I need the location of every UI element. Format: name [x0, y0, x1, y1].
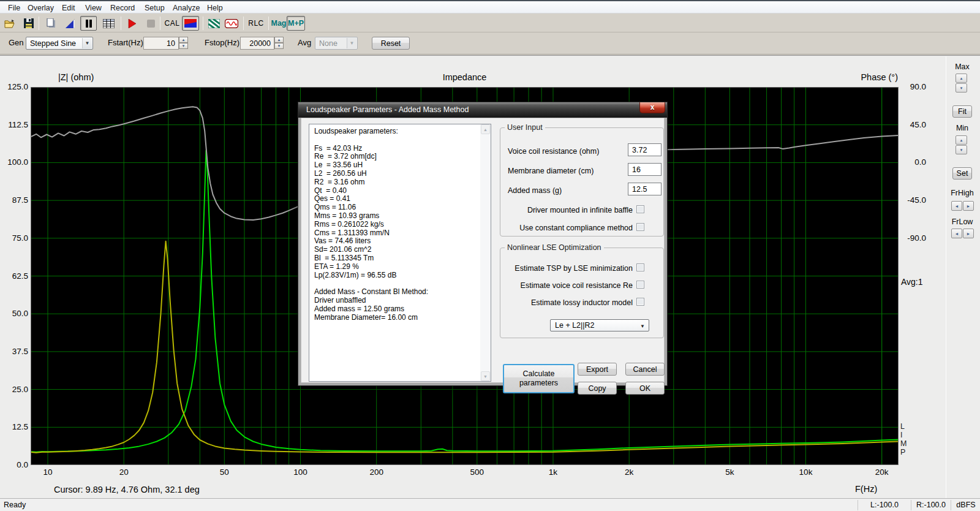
limp-application-window: FileOverlayEditViewRecordSetupAnalyzeHel… [0, 0, 980, 511]
added-mass-field[interactable]: 12.5 [628, 183, 662, 195]
fstart-spinbox: 10 ▲ ▼ [143, 37, 189, 50]
added-mass-label: Added mass (g) [508, 186, 562, 195]
max-label: Max [946, 62, 979, 71]
frhigh-label: FrHigh [946, 189, 979, 197]
start-record-button[interactable] [126, 17, 139, 29]
avg-indicator: Avg:1 [901, 277, 923, 287]
stop-icon [147, 20, 155, 28]
calculate-parameters-button[interactable]: Calculate parameters [503, 364, 575, 393]
frequency-tick-label: 100 [279, 467, 322, 477]
constant-compliance-checkbox[interactable] [636, 223, 644, 231]
open-folder-icon [4, 19, 15, 28]
menu-item-setup[interactable]: Setup [142, 3, 167, 13]
save-button[interactable] [23, 17, 35, 29]
dialog-title-bar[interactable]: Loudspeaker Parameters - Added Mass Meth… [298, 102, 667, 118]
estimate-lossy-inductor-checkbox[interactable] [636, 298, 644, 306]
chevron-down-icon: ▼ [347, 38, 356, 48]
infinite-baffle-checkbox[interactable] [636, 205, 644, 213]
phase-tick-label: 0.0 [889, 157, 926, 167]
dialog-title: Loudspeaker Parameters - Added Mass Meth… [306, 105, 469, 114]
gen-label: Gen [9, 38, 24, 47]
frequency-tick-label: 20 [102, 467, 145, 477]
magnitude-phase-view-button[interactable]: M+P [287, 16, 305, 31]
limp-wordmark-letter: M [900, 439, 907, 448]
menu-item-edit[interactable]: Edit [59, 3, 78, 13]
fstart-down-icon[interactable]: ▼ [179, 43, 188, 49]
fstop-down-icon[interactable]: ▼ [274, 43, 284, 49]
reset-button[interactable]: Reset [372, 37, 410, 50]
overlay-curves-button[interactable] [207, 17, 221, 29]
table-view-button[interactable] [102, 17, 115, 29]
menu-item-view[interactable]: View [83, 3, 104, 13]
status-separator [911, 500, 911, 510]
avg-select[interactable]: None ▼ [315, 37, 358, 50]
rlc-mode-button[interactable]: RLC [247, 17, 265, 29]
impedance-tick-label: 75.0 [0, 233, 28, 243]
toolbar: CAL RLC Mag M+P [0, 14, 980, 32]
frhigh-left-button[interactable]: ◄ [951, 201, 962, 211]
frequency-tick-label: 10 [26, 467, 69, 477]
scroll-down-icon[interactable]: ▼ [481, 371, 490, 381]
frequency-tick-label: 2k [608, 467, 650, 477]
export-button[interactable]: Export [578, 363, 617, 376]
menu-item-analyze[interactable]: Analyze [170, 3, 202, 13]
cancel-button[interactable]: Cancel [625, 363, 665, 376]
ok-button[interactable]: OK [625, 382, 665, 395]
pause-icon [85, 20, 92, 28]
fstop-up-icon[interactable]: ▲ [274, 37, 284, 43]
copy-button[interactable] [45, 17, 57, 29]
impedance-mode-button[interactable] [182, 16, 199, 31]
open-file-button[interactable] [4, 17, 16, 29]
voice-coil-resistance-field[interactable]: 3.72 [628, 143, 662, 156]
limp-wordmark-letter: I [900, 431, 902, 439]
limp-wordmark-letter: P [900, 448, 905, 456]
impedance-tick-label: 112.5 [0, 120, 28, 130]
membrane-diameter-field[interactable]: 16 [628, 163, 662, 176]
signal-generator-button[interactable] [224, 17, 239, 29]
magnitude-view-button[interactable]: Mag [270, 17, 287, 29]
calibrate-button[interactable]: CAL [164, 17, 181, 29]
y-right-axis-title: Phase (°) [848, 72, 898, 82]
max-up-button[interactable]: ▲ [956, 74, 967, 83]
fstart-up-icon[interactable]: ▲ [179, 37, 188, 43]
parameters-scrollbar[interactable]: ▲ ▼ [480, 124, 491, 381]
impedance-tick-label: 125.0 [0, 82, 28, 92]
frlow-left-button[interactable]: ◄ [951, 229, 962, 238]
frhigh-right-button[interactable]: ► [963, 201, 974, 211]
loudspeaker-parameters-dialog: Loudspeaker Parameters - Added Mass Meth… [298, 102, 668, 386]
frequency-tick-label: 200 [355, 467, 398, 477]
menu-item-file[interactable]: File [6, 3, 23, 13]
min-up-button[interactable]: ▲ [956, 135, 967, 145]
set-button[interactable]: Set [952, 167, 972, 180]
fstart-input[interactable]: 10 [143, 37, 179, 50]
parameters-listbox[interactable]: Loudspeaker parameters: Fs = 42.03 Hz Re… [309, 124, 491, 382]
limp-wordmark-letter: L [900, 422, 905, 431]
estimate-tsp-checkbox[interactable] [636, 263, 644, 271]
min-down-button[interactable]: ▼ [956, 145, 967, 154]
left-level-indicator: L:-100.0 [859, 501, 910, 509]
estimate-re-checkbox[interactable] [636, 281, 644, 289]
constant-compliance-label: Use constant compliance method [500, 224, 633, 232]
menu-item-help[interactable]: Help [205, 3, 225, 13]
menu-item-record[interactable]: Record [108, 3, 137, 13]
pause-button[interactable] [80, 16, 97, 31]
stop-button[interactable] [145, 17, 157, 29]
frlow-right-button[interactable]: ► [963, 229, 974, 238]
menu-item-overlay[interactable]: Overlay [25, 3, 56, 13]
voice-coil-resistance-label: Voice coil resistance (ohm) [508, 147, 599, 156]
generator-type-select[interactable]: Stepped Sine ▼ [26, 37, 93, 50]
max-down-button[interactable]: ▼ [956, 83, 967, 93]
fstop-input[interactable]: 20000 [240, 37, 274, 50]
copy-button-dialog[interactable]: Copy [578, 382, 617, 395]
save-floppy-icon [24, 18, 34, 28]
dialog-close-button[interactable]: x [639, 102, 665, 113]
fit-button[interactable]: Fit [952, 105, 972, 118]
infinite-baffle-label: Driver mounted in infinite baffle [500, 206, 633, 214]
impedance-tick-label: 87.5 [0, 195, 28, 205]
inductance-model-select[interactable]: Le + L2||R2 ▼ [550, 319, 649, 331]
impedance-tick-label: 0.0 [0, 460, 28, 470]
frequency-tick-label: 5k [708, 467, 751, 477]
scroll-up-icon[interactable]: ▲ [481, 124, 490, 134]
pen-tool-button[interactable] [64, 17, 76, 29]
phase-tick-label: -45.0 [889, 195, 926, 205]
